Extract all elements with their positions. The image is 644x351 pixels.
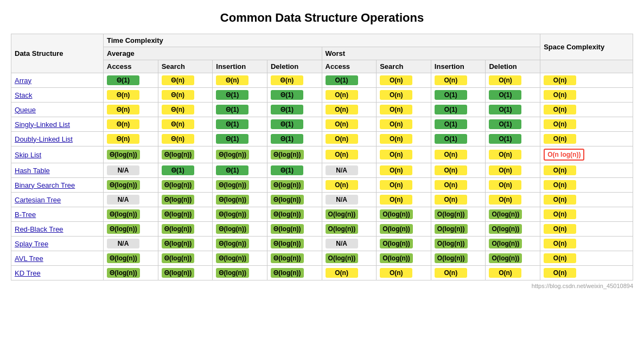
avg-insertion-cell: Θ(log(n)) [213, 193, 267, 207]
avg-access-cell: Θ(n) [104, 88, 158, 103]
average-header: Average [104, 47, 322, 60]
worst-search-cell: O(n) [377, 88, 431, 103]
ds-link[interactable]: B-Tree [15, 210, 36, 219]
avg-insertion-cell: Θ(1) [213, 88, 267, 103]
avg-search-cell: Θ(log(n)) [158, 146, 213, 163]
worst-access-header: Access [322, 60, 377, 73]
space-cell: O(n log(n)) [540, 146, 633, 163]
avg-access-cell: Θ(log(n)) [104, 266, 158, 280]
worst-deletion-cell: O(log(n)) [486, 237, 540, 251]
worst-search-cell: O(n) [377, 266, 431, 280]
worst-access-cell: N/A [322, 193, 377, 207]
worst-deletion-header: Deletion [486, 60, 540, 73]
avg-insertion-cell: Θ(log(n)) [213, 207, 267, 222]
space-cell: O(n) [540, 163, 633, 178]
avg-insertion-cell: Θ(log(n)) [213, 178, 267, 193]
worst-deletion-cell: O(1) [486, 117, 540, 132]
table-row: Doubly-Linked ListΘ(n)Θ(n)Θ(1)Θ(1)O(n)O(… [11, 132, 633, 146]
avg-deletion-cell: Θ(1) [267, 117, 322, 132]
worst-search-cell: O(log(n)) [377, 251, 431, 266]
worst-access-cell: O(n) [322, 266, 377, 280]
space-cell: O(n) [540, 178, 633, 193]
avg-access-cell: Θ(log(n)) [104, 146, 158, 163]
worst-deletion-cell: O(n) [486, 266, 540, 280]
avg-insertion-cell: Θ(1) [213, 117, 267, 132]
avg-deletion-cell: Θ(log(n)) [267, 207, 322, 222]
ds-link[interactable]: Splay Tree [15, 240, 48, 248]
worst-deletion-cell: O(1) [486, 103, 540, 117]
avg-search-cell: Θ(1) [158, 163, 213, 178]
avg-insertion-cell: Θ(log(n)) [213, 146, 267, 163]
worst-deletion-cell: O(1) [486, 88, 540, 103]
complexity-table: Data Structure Time Complexity Space Com… [11, 34, 633, 280]
table-row: Singly-Linked ListΘ(n)Θ(n)Θ(1)Θ(1)O(n)O(… [11, 117, 633, 132]
worst-header: Worst [322, 47, 540, 60]
ds-link[interactable]: Cartesian Tree [15, 196, 61, 204]
ds-link[interactable]: Hash Table [15, 167, 50, 175]
worst-access-cell: O(log(n)) [322, 251, 377, 266]
worst-search-header: Search [377, 60, 431, 73]
worst-insertion-cell: O(log(n)) [431, 207, 486, 222]
worst-search-cell: O(n) [377, 178, 431, 193]
space-cell: O(n) [540, 237, 633, 251]
header-row-3: Access Search Insertion Deletion Access … [11, 60, 633, 73]
ds-link[interactable]: Stack [15, 91, 33, 99]
avg-insertion-cell: Θ(log(n)) [213, 251, 267, 266]
avg-insertion-cell: Θ(log(n)) [213, 222, 267, 237]
worst-deletion-cell: O(log(n)) [486, 207, 540, 222]
avg-insertion-header: Insertion [213, 60, 267, 73]
avg-search-header: Search [158, 60, 213, 73]
avg-search-cell: Θ(log(n)) [158, 251, 213, 266]
avg-access-cell: N/A [104, 237, 158, 251]
worst-insertion-cell: O(n) [431, 193, 486, 207]
avg-access-cell: N/A [104, 193, 158, 207]
space-cell: O(n) [540, 207, 633, 222]
worst-deletion-cell: O(n) [486, 178, 540, 193]
worst-access-cell: O(n) [322, 117, 377, 132]
avg-deletion-cell: Θ(log(n)) [267, 146, 322, 163]
ds-link[interactable]: KD Tree [15, 269, 41, 277]
avg-search-cell: Θ(n) [158, 103, 213, 117]
worst-insertion-cell: O(log(n)) [431, 251, 486, 266]
table-row: ArrayΘ(1)Θ(n)Θ(n)Θ(n)O(1)O(n)O(n)O(n)O(n… [11, 73, 633, 88]
ds-link[interactable]: Red-Black Tree [15, 225, 63, 233]
worst-deletion-cell: O(log(n)) [486, 251, 540, 266]
avg-search-cell: Θ(n) [158, 88, 213, 103]
avg-search-cell: Θ(log(n)) [158, 222, 213, 237]
worst-search-cell: O(n) [377, 73, 431, 88]
worst-access-cell: O(n) [322, 103, 377, 117]
ds-link[interactable]: Binary Search Tree [15, 181, 75, 189]
worst-access-cell: N/A [322, 163, 377, 178]
worst-insertion-cell: O(n) [431, 178, 486, 193]
avg-deletion-cell: Θ(1) [267, 88, 322, 103]
ds-link[interactable]: AVL Tree [15, 254, 43, 263]
ds-link[interactable]: Skip List [15, 151, 41, 159]
worst-access-cell: O(n) [322, 178, 377, 193]
worst-insertion-cell: O(log(n)) [431, 222, 486, 237]
table-row: B-TreeΘ(log(n))Θ(log(n))Θ(log(n))Θ(log(n… [11, 207, 633, 222]
worst-search-cell: O(n) [377, 132, 431, 146]
avg-insertion-cell: Θ(log(n)) [213, 237, 267, 251]
ds-link[interactable]: Array [15, 76, 31, 85]
avg-search-cell: Θ(n) [158, 117, 213, 132]
avg-access-cell: Θ(n) [104, 132, 158, 146]
ds-link[interactable]: Doubly-Linked List [15, 135, 73, 143]
space-cell: O(n) [540, 132, 633, 146]
ds-link[interactable]: Singly-Linked List [15, 120, 70, 129]
avg-search-cell: Θ(log(n)) [158, 207, 213, 222]
avg-deletion-cell: Θ(1) [267, 132, 322, 146]
worst-deletion-cell: O(n) [486, 193, 540, 207]
time-header: Time Complexity [104, 34, 540, 47]
worst-insertion-cell: O(1) [431, 117, 486, 132]
space-header: Space Complexity [540, 34, 633, 60]
worst-access-cell: O(log(n)) [322, 222, 377, 237]
worst-deletion-cell: O(n) [486, 163, 540, 178]
worst-search-cell: O(n) [377, 146, 431, 163]
worst-deletion-cell: O(log(n)) [486, 222, 540, 237]
avg-access-cell: Θ(log(n)) [104, 178, 158, 193]
ds-link[interactable]: Queue [15, 106, 36, 114]
space-cell: O(n) [540, 117, 633, 132]
avg-access-cell: Θ(n) [104, 103, 158, 117]
avg-deletion-cell: Θ(log(n)) [267, 266, 322, 280]
worst-insertion-cell: O(n) [431, 266, 486, 280]
